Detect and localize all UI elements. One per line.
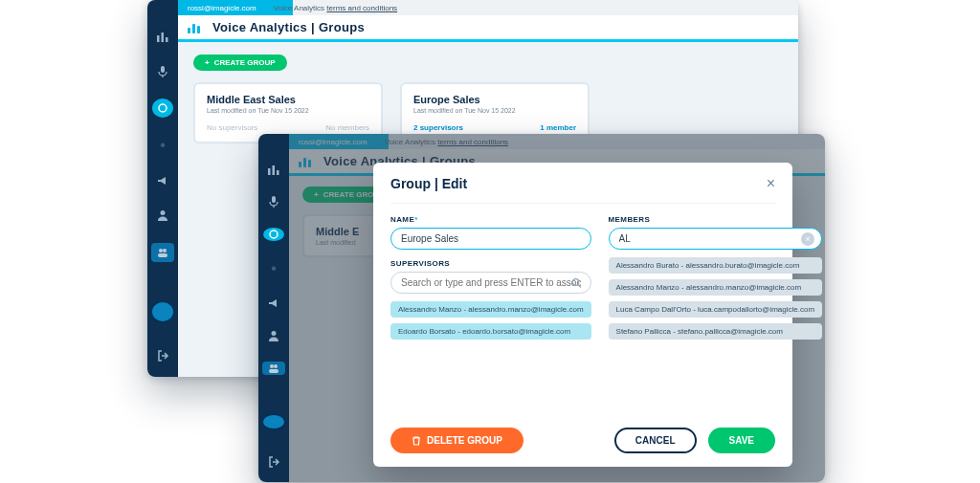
svg-point-6 [159,249,163,252]
members-filter-input[interactable] [609,228,823,250]
clear-icon[interactable]: × [801,232,814,246]
group-name-input[interactable] [390,228,591,250]
svg-rect-0 [157,35,160,42]
delete-group-button[interactable]: DELETE GROUP [390,428,523,453]
dot-icon: • [154,137,171,154]
supervisor-chip[interactable]: Alessandro Manzo - alessandro.manzo@imag… [390,301,591,318]
svg-point-16 [274,364,278,368]
svg-line-19 [578,284,581,287]
svg-point-13 [270,231,278,238]
group-card-members: No members [325,123,369,132]
members-label: MEMBERS [609,215,823,224]
avatar[interactable] [261,413,286,430]
terms-text: Voice Analytics terms and conditions [274,4,397,12]
modal-title: Group | Edit [390,176,467,191]
create-group-button[interactable]: CREATE GROUP [193,55,287,71]
megaphone-icon[interactable] [265,296,282,310]
group-card-supervisors: No supervisors [207,123,257,132]
svg-point-18 [572,278,579,285]
groups-icon[interactable] [151,243,174,262]
page-title: Voice Analytics | Groups [212,20,365,34]
modal-right-column: MEMBERS × Alessandro Burato - alessandro… [609,215,823,418]
group-card-title: Europe Sales [413,94,576,105]
member-chip[interactable]: Stefano Pallicca - stefano.pallicca@imag… [609,323,823,340]
save-button[interactable]: SAVE [708,428,776,453]
groups-icon[interactable] [262,362,285,375]
svg-rect-12 [272,196,276,203]
supervisor-search-input[interactable] [390,272,591,294]
megaphone-icon[interactable] [154,173,171,188]
modal-left-column: NAME* SUPERVISORS Alessandro Manzo - ale… [390,215,591,418]
svg-rect-17 [269,369,278,373]
brand-icon [188,22,203,33]
chart-icon[interactable] [265,163,282,176]
logout-icon[interactable] [265,455,282,469]
user-email: rossi@imagicle.com [188,4,256,12]
supervisors-label: SUPERVISORS [390,259,591,268]
svg-rect-9 [268,168,271,175]
supervisor-chip[interactable]: Edoardo Borsato - edoardo.borsato@imagic… [390,323,591,340]
svg-rect-3 [161,66,165,73]
name-label: NAME* [390,215,591,224]
user-icon[interactable] [154,208,171,223]
svg-rect-10 [273,165,276,175]
svg-rect-11 [277,170,279,175]
member-chip-list: Alessandro Burato - alessandro.burato@im… [609,257,823,340]
foreground-window: • rossi@imagicle.com Voice Analytics ter… [258,134,825,482]
svg-point-5 [161,210,166,215]
mic-icon[interactable] [265,195,282,209]
svg-point-4 [159,104,167,112]
group-edit-modal: Group | Edit × NAME* SUPERVISORS [373,163,792,467]
terms-link[interactable]: terms and conditions [326,4,397,12]
close-icon[interactable]: × [767,176,775,191]
dot-icon: • [265,260,282,277]
supervisor-chip-list: Alessandro Manzo - alessandro.manzo@imag… [390,301,591,340]
status-icon[interactable] [263,228,284,241]
mic-icon[interactable] [154,63,171,78]
group-card-supervisors[interactable]: 2 supervisors [413,123,463,132]
svg-point-15 [270,364,274,368]
group-card-modified: Last modified on Tue Nov 15 2022 [207,107,369,114]
logout-icon[interactable] [154,348,171,363]
trash-icon [412,436,421,446]
page-title-bar: Voice Analytics | Groups [178,15,798,40]
side-nav: • [258,134,289,482]
status-icon[interactable] [152,99,173,118]
cancel-button[interactable]: CANCEL [614,428,697,453]
user-icon[interactable] [265,329,282,342]
side-nav: • [147,0,178,377]
system-bar: rossi@imagicle.com Voice Analytics terms… [178,0,798,15]
group-card-members[interactable]: 1 member [540,123,576,132]
avatar[interactable] [150,300,175,323]
member-chip[interactable]: Alessandro Burato - alessandro.burato@im… [609,257,823,274]
member-chip[interactable]: Alessandro Manzo - alessandro.manzo@imag… [609,279,823,296]
svg-point-7 [163,249,167,252]
svg-rect-8 [158,253,167,257]
group-card-modified: Last modified on Tue Nov 15 2022 [413,107,576,114]
group-card-title: Middle East Sales [207,94,369,105]
chart-icon[interactable] [154,29,171,44]
search-icon [571,277,582,288]
svg-rect-2 [166,37,168,42]
svg-rect-1 [162,33,165,42]
svg-point-14 [272,331,277,336]
member-chip[interactable]: Luca Campo Dall'Orto - luca.campodallort… [609,301,823,318]
